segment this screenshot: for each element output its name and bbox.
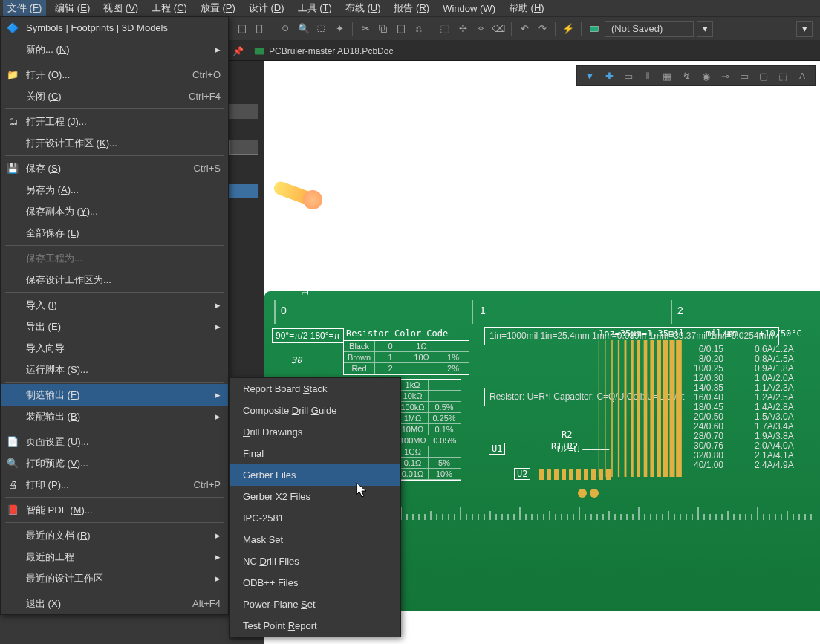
file-menu-item[interactable]: 最近的设计工作区▸ bbox=[1, 567, 228, 589]
text-icon[interactable]: A bbox=[795, 69, 809, 82]
active-project-dropdown[interactable]: (Not Saved) bbox=[605, 21, 694, 37]
cut-icon[interactable]: ✂ bbox=[358, 22, 373, 36]
select-rect-icon[interactable] bbox=[437, 22, 452, 36]
file-menu-item[interactable]: 最近的工程▸ bbox=[1, 546, 228, 567]
menu-r[interactable]: 报告 (R) bbox=[389, 0, 434, 16]
file-menu-item[interactable]: 装配输出 (B)▸ bbox=[1, 406, 228, 427]
clear-icon[interactable]: ⌫ bbox=[491, 22, 506, 36]
undo-icon[interactable]: ↶ bbox=[517, 22, 532, 36]
file-menu-item[interactable]: 导入向导 bbox=[1, 337, 228, 359]
file-menu-item[interactable]: 💾保存 (S)Ctrl+S bbox=[1, 157, 228, 179]
file-menu-item[interactable]: 另存为 (A)... bbox=[1, 179, 228, 201]
menu-item-label: 另存为 (A)... bbox=[26, 183, 79, 197]
menu-item-label: 导入 (I) bbox=[26, 299, 57, 312]
menu-item-label: 制造输出 (F) bbox=[26, 388, 79, 402]
file-menu-item[interactable]: 最近的文档 (R)▸ bbox=[1, 524, 228, 546]
submenu-item[interactable]: Final bbox=[230, 443, 400, 464]
file-menu-item[interactable]: 🗂打开工程 (J)... bbox=[1, 111, 228, 132]
distribute-icon[interactable]: ⫴ bbox=[641, 69, 654, 82]
file-menu-item[interactable]: 打开设计工作区 (K)... bbox=[1, 132, 228, 154]
tab-pcbdoc[interactable]: PCBruler-master AD18.PcbDoc bbox=[247, 40, 400, 60]
menu-item-label: 保存 (S) bbox=[26, 162, 61, 175]
redo-icon[interactable]: ↷ bbox=[535, 22, 550, 36]
menu-f[interactable]: 文件 (F) bbox=[3, 0, 46, 16]
deselect-icon[interactable]: ✧ bbox=[473, 22, 488, 36]
menu-u[interactable]: 布线 (U) bbox=[341, 0, 385, 16]
zoom-in-icon[interactable]: 🔍 bbox=[296, 22, 311, 36]
file-menu-item[interactable]: 运行脚本 (S)... bbox=[1, 359, 228, 380]
file-menu-item[interactable]: 退出 (X)Alt+F4 bbox=[1, 593, 228, 614]
menu-w[interactable]: Window (W) bbox=[438, 1, 500, 16]
submenu-item[interactable]: Composite Drill Guide bbox=[230, 400, 400, 421]
clipboard-icon[interactable] bbox=[235, 22, 250, 36]
file-menu-item[interactable]: 导出 (E)▸ bbox=[1, 316, 228, 337]
toolbar-overflow-icon[interactable]: ▾ bbox=[796, 21, 813, 37]
file-menu-item[interactable]: 📁打开 (O)...Ctrl+O bbox=[1, 64, 228, 85]
file-menu-item[interactable]: 🔍打印预览 (V)... bbox=[1, 452, 228, 474]
menu-v[interactable]: 视图 (V) bbox=[99, 0, 143, 16]
submenu-item[interactable]: Gerber X2 Files bbox=[230, 486, 400, 507]
menu-p[interactable]: 放置 (P) bbox=[196, 0, 240, 16]
menu-h[interactable]: 帮助 (H) bbox=[504, 0, 549, 16]
board-icon[interactable]: ▭ bbox=[738, 69, 751, 82]
submenu-item[interactable]: Gerber Files bbox=[230, 464, 400, 486]
zoom-selected-icon[interactable]: ✦ bbox=[332, 22, 347, 36]
via-icon[interactable]: ◉ bbox=[699, 69, 712, 82]
menu-item-label: Symbols | Footprints | 3D Models bbox=[26, 22, 168, 33]
submenu-arrow-icon: ▸ bbox=[215, 299, 221, 310]
submenu-item[interactable]: IPC-2581 bbox=[230, 507, 400, 529]
submenu-item[interactable]: Drill Drawings bbox=[230, 421, 400, 443]
panel-selected-item[interactable] bbox=[229, 184, 258, 198]
run-icon[interactable]: ⚡ bbox=[561, 22, 576, 36]
key-icon[interactable]: ⊸ bbox=[718, 69, 732, 82]
rubber-stamp-icon[interactable]: ⎌ bbox=[411, 22, 426, 36]
preview-icon: 🔍 bbox=[7, 458, 19, 469]
align-icon[interactable]: ▭ bbox=[622, 69, 635, 82]
submenu-item[interactable]: Power-Plane Set bbox=[230, 593, 400, 615]
file-menu-item[interactable]: 保存设计工作区为... bbox=[1, 269, 228, 290]
panel-search[interactable] bbox=[229, 140, 258, 155]
submenu-item[interactable]: Mask Set bbox=[230, 529, 400, 550]
file-menu-item[interactable]: 全部保存 (L) bbox=[1, 222, 228, 244]
file-menu-item[interactable]: 新的... (N)▸ bbox=[1, 39, 228, 60]
menu-c[interactable]: 工程 (C) bbox=[147, 0, 192, 16]
menu-e[interactable]: 编辑 (E) bbox=[51, 0, 94, 16]
file-menu-item[interactable]: 关闭 (C)Ctrl+F4 bbox=[1, 85, 228, 107]
shortcut: Alt+F4 bbox=[192, 598, 221, 609]
svg-rect-3 bbox=[318, 25, 325, 31]
3d-icon[interactable]: ⬚ bbox=[776, 69, 790, 82]
route-icon[interactable]: ↯ bbox=[680, 69, 693, 82]
submenu-item[interactable]: NC Drill Files bbox=[230, 550, 400, 572]
menu-t[interactable]: 工具 (T) bbox=[293, 0, 336, 16]
tab-pinned[interactable]: 📌 bbox=[230, 40, 245, 60]
file-menu-item[interactable]: 制造输出 (F)▸ bbox=[1, 384, 228, 406]
grid-icon[interactable]: ▦ bbox=[660, 69, 674, 82]
move-icon[interactable]: ✢ bbox=[455, 22, 470, 36]
file-menu-item[interactable]: 导入 (I)▸ bbox=[1, 294, 228, 316]
rect-icon[interactable]: ▢ bbox=[757, 69, 770, 82]
submenu-item[interactable]: ODB++ Files bbox=[230, 572, 400, 593]
file-menu-item[interactable]: 📕智能 PDF (M)... bbox=[1, 499, 228, 521]
submenu-label: ODB++ Files bbox=[243, 577, 298, 588]
zoom-area-icon[interactable] bbox=[314, 22, 329, 36]
menu-d[interactable]: 设计 (D) bbox=[244, 0, 289, 16]
copy-icon[interactable] bbox=[376, 22, 391, 36]
file-menu-item[interactable]: 🔷Symbols | Footprints | 3D Models bbox=[1, 17, 228, 39]
filter-icon[interactable]: ▼ bbox=[583, 69, 596, 82]
project-dropdown-arrow-icon[interactable]: ▾ bbox=[697, 21, 713, 37]
zoom-fit-icon[interactable] bbox=[279, 22, 293, 36]
page-icon[interactable] bbox=[253, 22, 267, 36]
menu-item-label: 退出 (X) bbox=[26, 597, 61, 611]
menu-item-label: 全部保存 (L) bbox=[26, 227, 79, 240]
file-menu-item[interactable]: 📄页面设置 (U)... bbox=[1, 431, 228, 452]
submenu-item[interactable]: Report Board Stack bbox=[230, 378, 400, 400]
panel-header bbox=[229, 104, 258, 119]
file-menu-item[interactable]: 🖨打印 (P)...Ctrl+P bbox=[1, 474, 228, 495]
cross-icon[interactable]: ✚ bbox=[602, 69, 616, 82]
submenu-item[interactable]: Test Point Report bbox=[230, 615, 400, 637]
file-menu-item[interactable]: 保存副本为 (Y)... bbox=[1, 201, 228, 222]
svg-rect-98 bbox=[554, 469, 559, 480]
menu-item-label: 保存工程为... bbox=[26, 252, 82, 265]
paste-icon[interactable] bbox=[394, 22, 409, 36]
layer-icon[interactable] bbox=[587, 22, 602, 36]
